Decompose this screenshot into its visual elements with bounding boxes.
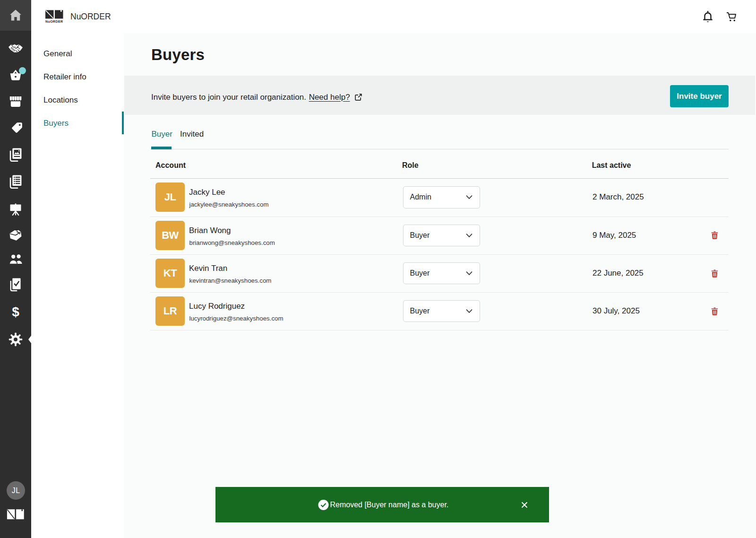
svg-text:NuORDER: NuORDER — [45, 20, 63, 23]
